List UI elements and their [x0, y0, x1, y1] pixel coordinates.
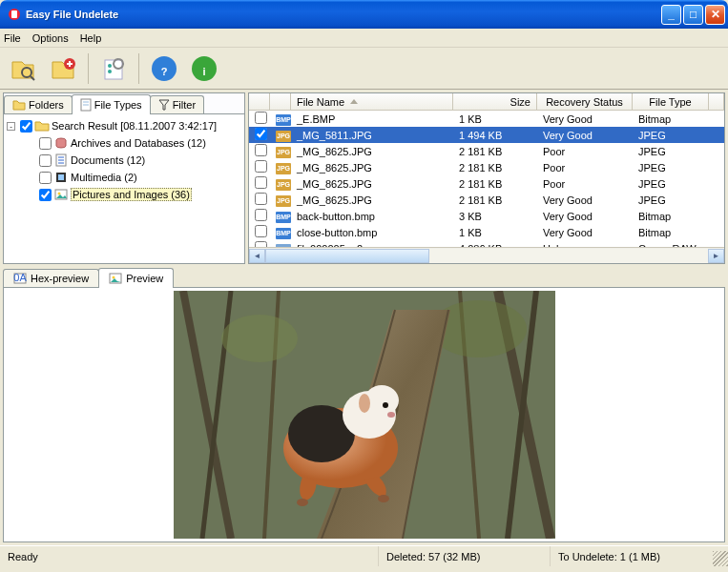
cell-size: 2 181 KB: [453, 194, 537, 206]
cell-size: 2 181 KB: [453, 178, 537, 190]
tab-filter[interactable]: Filter: [150, 95, 204, 113]
row-checkbox[interactable]: [255, 225, 267, 237]
preview-panel: [3, 287, 725, 542]
table-row[interactable]: JPG_MG_8625.JPG2 181 KBVery GoodJPEG: [249, 192, 724, 208]
table-row[interactable]: BMP_E.BMP1 KBVery GoodBitmap: [249, 111, 724, 127]
cell-recovery: Very Good: [537, 130, 633, 141]
cell-type: JPEG: [633, 194, 709, 206]
statusbar: Ready Deleted: 57 (32 MB) To Undelete: 1…: [0, 545, 728, 566]
tree-root-checkbox[interactable]: [20, 120, 32, 133]
resize-grip[interactable]: [713, 551, 728, 566]
toolbar-options-button[interactable]: [96, 51, 131, 86]
window-title: Easy File Undelete: [26, 9, 661, 20]
row-checkbox[interactable]: [255, 193, 267, 205]
status-ready: Ready: [0, 546, 379, 566]
menu-options[interactable]: Options: [32, 32, 69, 44]
filetype-icon: JPG: [276, 179, 291, 191]
tree-item-pictures[interactable]: Pictures and Images (36): [7, 186, 241, 203]
tree-item-documents[interactable]: Documents (12): [7, 152, 241, 169]
horizontal-scrollbar[interactable]: ◄ ►: [249, 247, 724, 263]
table-row[interactable]: JPG_MG_8625.JPG2 181 KBPoorJPEG: [249, 175, 724, 192]
svg-point-47: [378, 495, 389, 502]
file-grid: File Name Size Recovery Status File Type…: [248, 92, 725, 264]
cell-name: close-button.bmp: [291, 227, 453, 238]
tree-checkbox[interactable]: [39, 172, 52, 184]
tree-item-archives[interactable]: Archives and Databases (12): [7, 134, 241, 152]
row-checkbox[interactable]: [255, 112, 267, 124]
row-checkbox[interactable]: [255, 144, 267, 156]
hex-icon: 0A: [13, 273, 27, 284]
maximize-button[interactable]: □: [683, 5, 703, 25]
film-icon: [53, 170, 69, 185]
svg-text:0A: 0A: [13, 273, 27, 283]
minimize-button[interactable]: _: [661, 5, 681, 25]
tab-hex-label: Hex-preview: [31, 273, 89, 284]
status-undelete: To Undelete: 1 (1 MB): [551, 546, 713, 566]
cell-type: Bitmap: [633, 211, 709, 222]
scroll-left-icon[interactable]: ◄: [249, 249, 265, 263]
svg-point-44: [383, 402, 388, 408]
row-checkbox[interactable]: [255, 160, 267, 173]
tree-item-multimedia[interactable]: Multimedia (2): [7, 169, 241, 186]
cell-size: 2 181 KB: [453, 146, 537, 157]
col-name[interactable]: File Name: [291, 93, 453, 110]
row-checkbox[interactable]: [255, 209, 267, 221]
table-row[interactable]: CR2file000005.cr24 086 KBUnknownCanon RA…: [249, 240, 724, 247]
tab-preview-label: Preview: [126, 273, 163, 284]
row-checkbox[interactable]: [255, 176, 267, 189]
cell-name: _MG_8625.JPG: [291, 194, 453, 206]
cell-recovery: Poor: [537, 178, 633, 190]
scroll-thumb[interactable]: [265, 249, 429, 263]
menu-file[interactable]: File: [4, 32, 21, 44]
cell-type: Bitmap: [633, 227, 709, 238]
tab-hex-preview[interactable]: 0A Hex-preview: [3, 269, 99, 287]
tree-root[interactable]: - Search Result [08.11.2007 3:42:17]: [7, 117, 241, 134]
menubar: File Options Help: [0, 29, 728, 48]
tab-folders[interactable]: Folders: [4, 95, 73, 113]
collapse-icon[interactable]: -: [7, 122, 15, 131]
table-row[interactable]: JPG_MG_8625.JPG2 181 KBPoorJPEG: [249, 143, 724, 159]
toolbar-about-button[interactable]: i: [187, 51, 221, 86]
tree: - Search Result [08.11.2007 3:42:17] Arc…: [4, 114, 244, 263]
filetype-icon: BMP: [276, 114, 291, 126]
tree-checkbox[interactable]: [39, 137, 52, 150]
svg-text:?: ?: [161, 66, 168, 77]
toolbar-scan-button[interactable]: [6, 51, 40, 86]
tab-preview[interactable]: Preview: [98, 268, 174, 288]
toolbar-undelete-button[interactable]: [46, 51, 80, 86]
cell-type: Bitmap: [633, 113, 709, 125]
row-checkbox[interactable]: [255, 128, 267, 140]
cell-size: 1 KB: [453, 227, 537, 238]
scroll-right-icon[interactable]: ►: [708, 249, 724, 263]
svg-rect-22: [58, 174, 64, 180]
left-pane: Folders File Types Filter - Search Resul…: [3, 92, 245, 264]
col-size[interactable]: Size: [453, 93, 537, 110]
svg-rect-1: [11, 10, 17, 18]
tab-filter-label: Filter: [173, 99, 196, 111]
tree-checkbox[interactable]: [39, 154, 52, 167]
table-row[interactable]: BMPclose-button.bmp1 KBVery GoodBitmap: [249, 224, 724, 240]
table-row[interactable]: JPG_MG_8625.JPG2 181 KBPoorJPEG: [249, 159, 724, 175]
cell-recovery: Very Good: [537, 113, 633, 125]
close-button[interactable]: ✕: [705, 5, 725, 25]
status-deleted: Deleted: 57 (32 MB): [379, 546, 551, 566]
cell-size: 3 KB: [453, 211, 537, 222]
cell-recovery: Poor: [537, 146, 633, 157]
col-type[interactable]: File Type: [633, 93, 709, 110]
col-recovery[interactable]: Recovery Status: [537, 93, 633, 110]
table-row[interactable]: BMPback-button.bmp3 KBVery GoodBitmap: [249, 208, 724, 224]
filetype-icon: JPG: [276, 131, 291, 142]
tree-item-label: Archives and Databases (12): [71, 137, 206, 149]
app-icon: [7, 7, 22, 22]
cell-name: _MG_5811.JPG: [291, 130, 453, 141]
table-row[interactable]: JPG_MG_5811.JPG1 494 KBVery GoodJPEG: [249, 127, 724, 143]
grid-header: File Name Size Recovery Status File Type: [249, 93, 724, 111]
toolbar-help-button[interactable]: ?: [147, 51, 181, 86]
tab-file-types[interactable]: File Types: [72, 94, 151, 114]
tree-checkbox[interactable]: [39, 189, 52, 201]
svg-point-43: [359, 394, 370, 413]
menu-help[interactable]: Help: [80, 32, 102, 44]
tree-root-label: Search Result [08.11.2007 3:42:17]: [52, 120, 217, 132]
tree-item-label: Pictures and Images (36): [71, 188, 192, 201]
cell-name: _MG_8625.JPG: [291, 178, 453, 190]
